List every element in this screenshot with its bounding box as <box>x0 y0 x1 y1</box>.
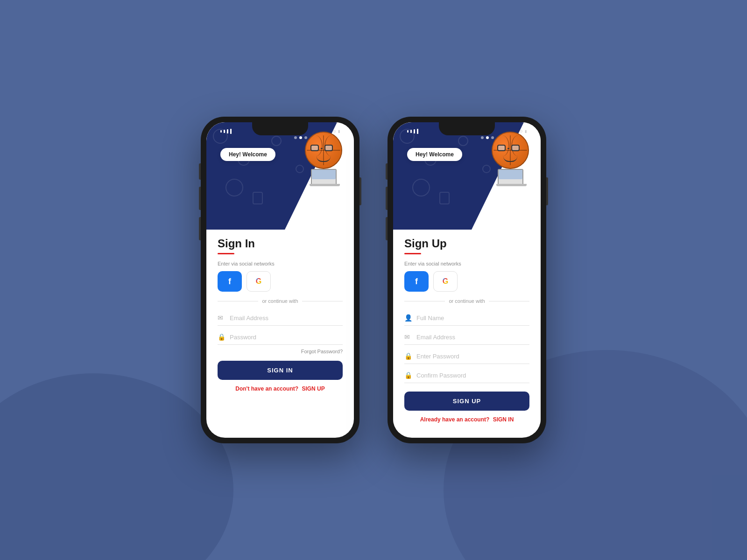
signup-link[interactable]: SIGN UP <box>302 385 324 392</box>
signup-bottom-link: Already have an account? SIGN IN <box>404 416 529 423</box>
welcome-bubble-signup: Hey! Welcome <box>407 148 462 161</box>
volume-down-button-2 <box>386 217 388 240</box>
title-underline-2 <box>404 253 421 254</box>
battery-icon: ▮ <box>338 129 340 133</box>
email-icon: ✉ <box>218 314 225 322</box>
volume-up-button <box>199 187 201 210</box>
divider-2: or continue with <box>404 298 529 304</box>
svg-point-2 <box>272 136 281 146</box>
social-label: Enter via social networks <box>218 261 343 266</box>
facebook-button-2[interactable]: f <box>404 271 429 292</box>
signin-link[interactable]: SIGN IN <box>493 416 514 423</box>
divider-text-2: or continue with <box>449 298 485 304</box>
divider-line-left <box>218 301 258 301</box>
social-buttons: f G <box>218 271 343 292</box>
forgot-password-link[interactable]: Forgot Password? <box>218 349 343 354</box>
divider-line-left-2 <box>404 301 445 301</box>
mascot-smile <box>317 156 331 162</box>
signal-bar2 <box>224 130 225 133</box>
svg-rect-12 <box>440 192 449 204</box>
signup-form-content: Sign Up Enter via social networks f G or… <box>393 230 541 432</box>
signup-header: Hey! Welcome <box>393 122 541 230</box>
signal-bar3-2 <box>414 129 415 133</box>
dot1-2 <box>481 136 484 139</box>
svg-point-6 <box>312 195 325 208</box>
email-field-signup[interactable]: ✉ Email Address <box>404 329 529 345</box>
glass-left <box>310 145 319 151</box>
dot1 <box>294 136 297 139</box>
email-field[interactable]: ✉ Email Address <box>218 310 343 326</box>
welcome-bubble-signin: Hey! Welcome <box>220 148 275 161</box>
glass-left-2 <box>497 145 506 151</box>
signal-bar1-2 <box>407 130 409 133</box>
silent-button <box>199 163 201 180</box>
google-button-2[interactable]: G <box>433 271 458 292</box>
password-field[interactable]: 🔒 Password <box>218 329 343 345</box>
signal-bar3 <box>227 129 228 133</box>
phone-screen-signup: ⊙ ▮ <box>393 122 541 438</box>
phone-signin: ⊙ ▮ <box>201 117 359 443</box>
svg-point-3 <box>226 179 243 196</box>
social-label-2: Enter via social networks <box>404 261 529 266</box>
status-bar: ⊙ ▮ <box>206 129 354 134</box>
lock-icon: 🔒 <box>218 333 225 341</box>
mascot-laptop-2 <box>498 169 523 185</box>
phone-signup: ⊙ ▮ <box>388 117 546 443</box>
volume-up-button-2 <box>386 187 388 210</box>
status-icons-right: ⊙ ▮ <box>333 129 340 134</box>
mascot-glasses-2 <box>497 145 520 151</box>
mascot-laptop <box>311 169 337 185</box>
signin-bottom-link: Don't have an account? SIGN UP <box>218 385 343 392</box>
phones-container: ⊙ ▮ <box>201 117 546 443</box>
basketball-head-2 <box>492 132 529 169</box>
signin-form-content: Sign In Enter via social networks f G or… <box>206 230 354 401</box>
password-placeholder: Password <box>230 334 343 341</box>
signal-bar1 <box>220 130 222 133</box>
glass-right <box>324 145 333 151</box>
volume-down-button <box>199 217 201 240</box>
confirm-password-placeholder: Confirm Password <box>416 372 529 379</box>
enter-password-field[interactable]: 🔒 Enter Password <box>404 349 529 364</box>
signal-bar4 <box>230 129 232 134</box>
confirm-password-field[interactable]: 🔒 Confirm Password <box>404 368 529 383</box>
basketball-mascot-2 <box>485 132 536 183</box>
svg-point-10 <box>413 179 430 196</box>
lock-icon-confirm: 🔒 <box>404 371 412 379</box>
divider-line-right <box>302 301 343 301</box>
divider-text: or continue with <box>262 298 298 304</box>
basketball-head <box>305 132 342 169</box>
email-placeholder: Email Address <box>230 315 343 322</box>
wifi-icon: ⊙ <box>333 129 336 133</box>
signal-bar2-2 <box>410 130 412 133</box>
wifi-icon-2: ⊙ <box>520 129 523 133</box>
status-icons-left <box>220 129 232 134</box>
divider-line-right-2 <box>489 301 529 301</box>
status-bar-2: ⊙ ▮ <box>393 129 541 134</box>
signin-submit-button[interactable]: SIGN IN <box>218 361 343 380</box>
laptop-screen-2 <box>499 170 522 179</box>
signup-title: Sign Up <box>404 237 529 250</box>
signin-header: Hey! Welcome <box>206 122 354 230</box>
social-buttons-2: f G <box>404 271 529 292</box>
signal-bar4-2 <box>417 129 418 134</box>
user-icon: 👤 <box>404 314 412 322</box>
laptop-screen <box>312 170 336 179</box>
title-underline <box>218 253 234 254</box>
svg-point-13 <box>499 195 512 208</box>
battery-icon-2: ▮ <box>525 129 527 133</box>
status-icons-left-2 <box>407 129 418 134</box>
lock-icon-signup: 🔒 <box>404 352 412 360</box>
signin-title: Sign In <box>218 237 343 250</box>
divider: or continue with <box>218 298 343 304</box>
svg-rect-5 <box>253 192 262 204</box>
glass-bridge <box>321 148 323 149</box>
google-button[interactable]: G <box>247 271 271 292</box>
fullname-field[interactable]: 👤 Full Name <box>404 310 529 326</box>
mascot-smile-2 <box>503 156 517 162</box>
enter-password-placeholder: Enter Password <box>416 353 529 360</box>
facebook-button[interactable]: f <box>218 271 242 292</box>
fullname-placeholder: Full Name <box>416 315 529 322</box>
silent-button-2 <box>386 163 388 180</box>
basketball-mascot <box>298 132 349 183</box>
signup-submit-button[interactable]: SIGN UP <box>404 392 529 411</box>
